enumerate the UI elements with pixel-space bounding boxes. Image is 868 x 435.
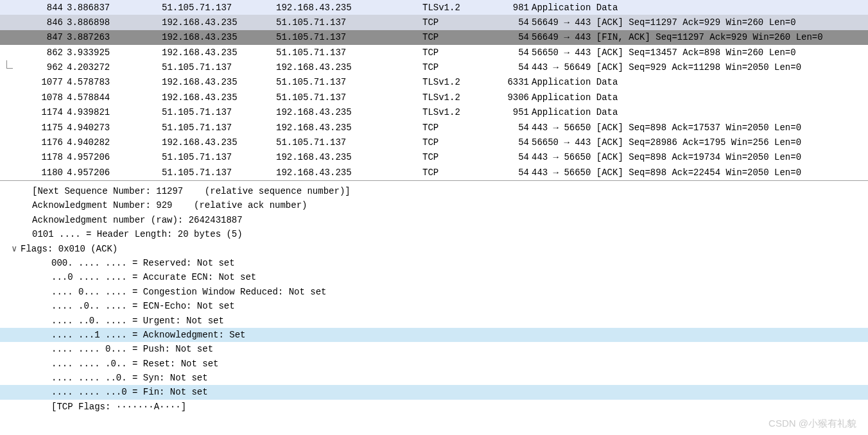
- expander-icon[interactable]: ∨: [12, 242, 21, 256]
- detail-line[interactable]: .... .... 0... = Push: Not set: [0, 342, 868, 356]
- packet-row[interactable]: 11764.940282192.168.43.23551.105.71.137T…: [0, 135, 868, 150]
- packet-time: 4.957206: [67, 166, 162, 180]
- packet-row[interactable]: 10774.578783192.168.43.23551.105.71.137T…: [0, 75, 868, 90]
- detail-line[interactable]: [Next Sequence Number: 11297 (relative s…: [0, 184, 868, 198]
- packet-source: 51.105.71.137: [162, 166, 276, 180]
- packet-no: 1078: [17, 90, 67, 105]
- packet-source: 192.168.43.235: [162, 15, 276, 30]
- detail-line[interactable]: ∨Flags: 0x010 (ACK): [0, 242, 868, 256]
- packet-destination: 51.105.71.137: [276, 15, 422, 30]
- packet-destination: 51.105.71.137: [276, 30, 422, 44]
- detail-line[interactable]: .... .0.. .... = ECN-Echo: Not set: [0, 299, 868, 313]
- packet-source: 192.168.43.235: [162, 30, 276, 44]
- packet-detail-pane[interactable]: [Next Sequence Number: 11297 (relative s…: [0, 181, 868, 435]
- packet-list[interactable]: 8443.88683751.105.71.137192.168.43.235TL…: [0, 0, 868, 181]
- detail-line[interactable]: Acknowledgment number (raw): 2642431887: [0, 213, 868, 227]
- detail-text: Acknowledgment number (raw): 2642431887: [32, 215, 243, 225]
- packet-no: 1175: [17, 121, 67, 135]
- packet-source: 51.105.71.137: [162, 105, 276, 119]
- packet-no: 1180: [17, 166, 67, 180]
- packet-time: 3.886837: [67, 1, 162, 15]
- packet-no: 847: [17, 30, 67, 44]
- packet-row[interactable]: 8623.933925192.168.43.23551.105.71.137TC…: [0, 45, 868, 60]
- packet-row[interactable]: 11784.95720651.105.71.137192.168.43.235T…: [0, 150, 868, 165]
- packet-info: 443 → 56649 [ACK] Seq=929 Ack=11298 Win=…: [532, 60, 864, 74]
- packet-length: 54: [493, 121, 532, 135]
- packet-info: Application Data: [532, 75, 864, 89]
- packet-no: 1178: [17, 150, 67, 164]
- packet-info: 56649 → 443 [FIN, ACK] Seq=11297 Ack=929…: [532, 30, 864, 44]
- packet-time: 4.203272: [67, 60, 162, 74]
- detail-text: .... .... 0... = Push: Not set: [51, 344, 213, 354]
- packet-info: 443 → 56650 [ACK] Seq=898 Ack=19734 Win=…: [532, 150, 864, 164]
- packet-length: 54: [493, 30, 532, 44]
- packet-length: 981: [493, 1, 532, 15]
- packet-time: 3.886898: [67, 15, 162, 30]
- detail-line[interactable]: .... .... ...0 = Fin: Not set: [0, 385, 868, 399]
- packet-info: 443 → 56650 [ACK] Seq=898 Ack=22454 Win=…: [532, 166, 864, 180]
- detail-line[interactable]: 000. .... .... = Reserved: Not set: [0, 256, 868, 270]
- packet-length: 54: [493, 46, 532, 60]
- packet-source: 192.168.43.235: [162, 46, 276, 60]
- packet-no: 862: [17, 46, 67, 60]
- packet-info: 56650 → 443 [ACK] Seq=28986 Ack=1795 Win…: [532, 135, 864, 149]
- detail-text: .... .0.. .... = ECN-Echo: Not set: [51, 301, 235, 311]
- packet-no: 1077: [17, 75, 67, 89]
- detail-text: Flags: 0x010 (ACK): [21, 244, 117, 254]
- packet-row[interactable]: 11744.93982151.105.71.137192.168.43.235T…: [0, 105, 868, 120]
- packet-time: 4.940273: [67, 121, 162, 135]
- packet-protocol: TLSv1.2: [422, 1, 493, 15]
- packet-source: 192.168.43.235: [162, 75, 276, 89]
- watermark: CSDN @小猴有礼貌: [768, 416, 856, 431]
- detail-text: ...0 .... .... = Accurate ECN: Not set: [51, 272, 256, 282]
- packet-time: 4.940282: [67, 135, 162, 149]
- detail-line[interactable]: .... ...1 .... = Acknowledgment: Set: [0, 328, 868, 342]
- packet-protocol: TCP: [422, 135, 493, 149]
- packet-row[interactable]: 11754.94027351.105.71.137192.168.43.235T…: [0, 120, 868, 135]
- packet-info: 443 → 56650 [ACK] Seq=898 Ack=17537 Win=…: [532, 121, 864, 135]
- detail-text: .... 0... .... = Congestion Window Reduc…: [51, 287, 326, 297]
- detail-text: .... ..0. .... = Urgent: Not set: [51, 316, 224, 326]
- packet-destination: 192.168.43.235: [276, 1, 422, 15]
- detail-line[interactable]: Acknowledgment Number: 929 (relative ack…: [0, 198, 868, 212]
- packet-protocol: TCP: [422, 166, 493, 180]
- packet-row[interactable]: 8473.887263192.168.43.23551.105.71.137TC…: [0, 30, 868, 45]
- packet-length: 54: [493, 135, 532, 149]
- detail-line[interactable]: 0101 .... = Header Length: 20 bytes (5): [0, 227, 868, 241]
- detail-text: [TCP Flags: ·······A····]: [51, 402, 186, 412]
- detail-line[interactable]: ...0 .... .... = Accurate ECN: Not set: [0, 270, 868, 284]
- packet-destination: 51.105.71.137: [276, 135, 422, 149]
- packet-source: 51.105.71.137: [162, 150, 276, 164]
- packet-source: 51.105.71.137: [162, 60, 276, 74]
- packet-row[interactable]: 8463.886898192.168.43.23551.105.71.137TC…: [0, 15, 868, 30]
- packet-protocol: TCP: [422, 46, 493, 60]
- packet-row[interactable]: 10784.578844192.168.43.23551.105.71.137T…: [0, 90, 868, 105]
- packet-time: 4.578844: [67, 90, 162, 105]
- detail-line[interactable]: [TCP Flags: ·······A····]: [0, 400, 868, 414]
- detail-line[interactable]: .... .... .0.. = Reset: Not set: [0, 357, 868, 371]
- packet-length: 54: [493, 150, 532, 164]
- packet-no: 1174: [17, 105, 67, 119]
- packet-length: 6331: [493, 75, 532, 89]
- detail-line[interactable]: .... .... ..0. = Syn: Not set: [0, 371, 868, 385]
- packet-destination: 51.105.71.137: [276, 75, 422, 89]
- detail-text: .... ...1 .... = Acknowledgment: Set: [51, 330, 245, 340]
- detail-text: 0101 .... = Header Length: 20 bytes (5): [32, 229, 243, 239]
- packet-length: 951: [493, 105, 532, 119]
- packet-no: 962: [17, 60, 67, 74]
- detail-line[interactable]: .... 0... .... = Congestion Window Reduc…: [0, 285, 868, 299]
- packet-row[interactable]: 11804.95720651.105.71.137192.168.43.235T…: [0, 165, 868, 180]
- packet-row[interactable]: 9624.20327251.105.71.137192.168.43.235TC…: [0, 60, 868, 75]
- packet-no: 1176: [17, 135, 67, 149]
- packet-destination: 192.168.43.235: [276, 166, 422, 180]
- detail-text: Acknowledgment Number: 929 (relative ack…: [32, 200, 307, 210]
- detail-text: .... .... ..0. = Syn: Not set: [51, 373, 208, 383]
- packet-source: 51.105.71.137: [162, 121, 276, 135]
- packet-info: Application Data: [532, 105, 864, 119]
- packet-row[interactable]: 8443.88683751.105.71.137192.168.43.235TL…: [0, 0, 868, 15]
- detail-line[interactable]: .... ..0. .... = Urgent: Not set: [0, 314, 868, 328]
- detail-text: [Next Sequence Number: 11297 (relative s…: [32, 186, 351, 196]
- packet-destination: 192.168.43.235: [276, 60, 422, 74]
- packet-info: 56649 → 443 [ACK] Seq=11297 Ack=929 Win=…: [532, 15, 864, 30]
- packet-time: 3.887263: [67, 30, 162, 44]
